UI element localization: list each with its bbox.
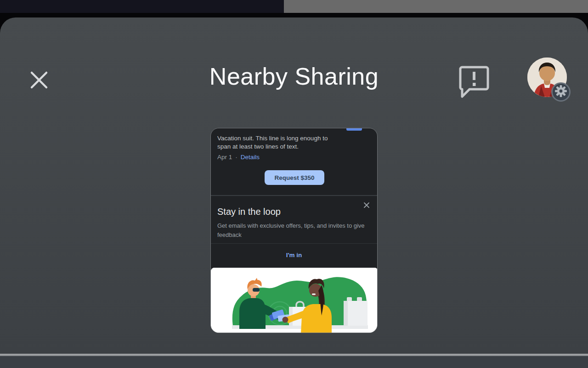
- screen: Nearby Sharing: [0, 0, 588, 368]
- details-link[interactable]: Details: [241, 154, 260, 161]
- meta-dot: ·: [235, 154, 237, 161]
- scrolled-button-edge: [346, 128, 362, 131]
- card-divider: [211, 195, 377, 196]
- bottom-background-strip: [0, 356, 588, 368]
- dismiss-x-icon: [363, 202, 370, 210]
- people-exchanging-money-illustration: [211, 268, 378, 333]
- request-money-button[interactable]: Request $350: [265, 170, 324, 185]
- gear-icon: [554, 85, 567, 99]
- transaction-message: Vacation suit. This line is long enough …: [217, 134, 338, 151]
- stay-in-loop-dismiss-button[interactable]: [362, 201, 372, 211]
- payment-illustration: [211, 268, 378, 333]
- transaction-meta: Apr 1·Details: [217, 154, 260, 161]
- transaction-date: Apr 1: [217, 154, 232, 161]
- loop-divider: [211, 243, 377, 244]
- stay-in-loop-title: Stay in the loop: [217, 207, 281, 217]
- stay-in-loop-body: Get emails with exclusive offers, tips, …: [217, 221, 372, 240]
- feedback-button[interactable]: [458, 63, 491, 98]
- page-title: Nearby Sharing: [0, 63, 588, 90]
- shared-content-preview-card: Vacation suit. This line is long enough …: [210, 128, 378, 333]
- background-app-strip-right: [284, 0, 588, 13]
- im-in-button[interactable]: I'm in: [211, 252, 377, 259]
- account-avatar-button[interactable]: [527, 58, 567, 97]
- feedback-bubble-icon: [458, 63, 491, 100]
- avatar-settings-badge[interactable]: [551, 82, 571, 102]
- nearby-sharing-sheet: Nearby Sharing: [0, 17, 588, 354]
- background-app-strip-left: [0, 0, 284, 13]
